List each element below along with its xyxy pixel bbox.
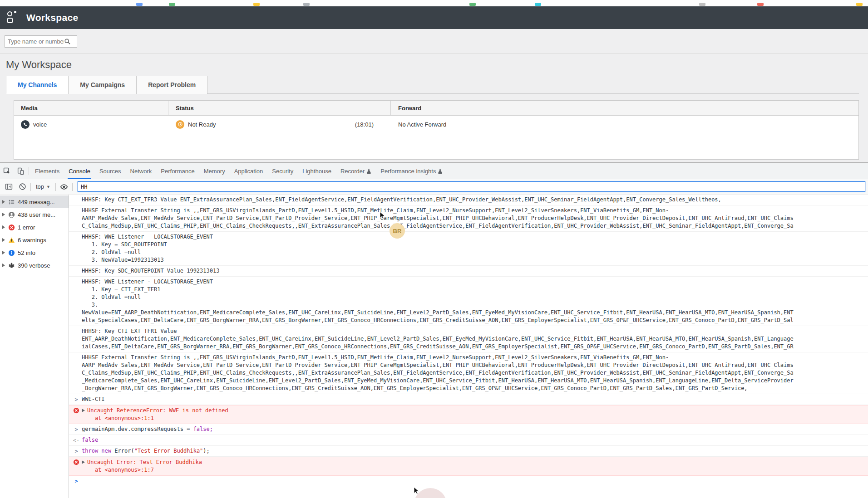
console-prompt-line[interactable]	[82, 477, 864, 485]
inspect-element-icon[interactable]	[0, 163, 14, 179]
sidebar-filter-bug[interactable]: 390 verbose	[0, 259, 69, 272]
tab-my-campaigns[interactable]: My Campaigns	[68, 76, 137, 94]
devtools-tab-network[interactable]: Network	[126, 163, 157, 179]
input-chevron-icon: >	[74, 448, 78, 454]
console-text: ENT_AARP_DeathNotification,ENT_MedicareC…	[82, 335, 864, 343]
devtools-tab-console[interactable]: Console	[64, 163, 95, 179]
devtools-tabs: ElementsConsoleSourcesNetworkPerformance…	[30, 163, 447, 179]
devtools-tab-memory[interactable]: Memory	[199, 163, 230, 179]
list-icon	[8, 198, 15, 205]
console-text: 1. Key = SDC_ROUTEPOINT	[82, 241, 864, 249]
console-text: AARP_MedAdv_Sales,ENT_MedAdv_Service,ENT…	[82, 215, 864, 222]
expand-triangle-icon[interactable]	[82, 460, 85, 464]
devtools-tab-performance-insights[interactable]: Performance insights	[376, 163, 447, 179]
favicon-sliver	[169, 3, 175, 6]
devtools-tab-label: Network	[130, 168, 152, 175]
sidebar-filter-error[interactable]: 1 error	[0, 221, 69, 234]
channels-table: Media Status Forward voice	[14, 100, 859, 160]
console-message-input: >WWE-CTI	[69, 394, 868, 405]
console-text: HHHSF: WWE Listener - LOCALSTORAGE_EVENT	[82, 278, 864, 286]
console-message-log: HHHSF External Transfer String is ,,ENT_…	[69, 352, 868, 394]
console-text: ialCases,ENT_DeltaCare,ENT_GRS_BorgWarne…	[82, 343, 864, 351]
console-text: false	[82, 436, 864, 444]
console-message-input: >germainApm.dev.compressRequests = false…	[69, 424, 868, 435]
sidebar-filter-label: 52 info	[18, 249, 35, 256]
devtools-tab-elements[interactable]: Elements	[30, 163, 64, 179]
expand-triangle-icon[interactable]	[2, 225, 5, 229]
devtools-tab-lighthouse[interactable]: Lighthouse	[298, 163, 336, 179]
mouse-cursor	[380, 211, 388, 220]
workspace-area: My Workspace My ChannelsMy CampaignsRepo…	[0, 54, 868, 162]
forward-cell: No Active Forward	[391, 121, 858, 128]
console-text: 1. Key = CTI_EXT_TFR1	[82, 286, 864, 293]
live-expression-eye-icon[interactable]	[57, 179, 71, 194]
app-header: Workspace	[0, 6, 868, 29]
console-text: NewValue=ENT_AARP_DeathNotification,ENT_…	[82, 309, 864, 317]
context-selector-label: top	[36, 183, 44, 190]
expand-triangle-icon[interactable]	[2, 200, 5, 204]
devtools-tab-label: Performance insights	[380, 168, 436, 175]
sidebar-filter-info[interactable]: 52 info	[0, 246, 69, 259]
console-text: 2. OldVal =null	[82, 249, 864, 256]
devtools-tab-security[interactable]: Security	[267, 163, 298, 179]
device-toolbar-icon[interactable]	[14, 163, 27, 179]
table-row[interactable]: voice Not Ready (18:01) No Active Forwar…	[14, 116, 858, 133]
expand-triangle-icon[interactable]	[2, 238, 5, 242]
devtools-panel: ElementsConsoleSourcesNetworkPerformance…	[0, 162, 868, 498]
favicon-sliver	[535, 3, 541, 6]
console-message-log: HHHSF: Key SDC_ROUTEPOINT Value 19923130…	[69, 266, 868, 277]
divider	[30, 183, 31, 191]
favicon-sliver	[469, 3, 476, 6]
sidebar-filter-user[interactable]: 438 user me...	[0, 208, 69, 221]
context-selector[interactable]: top ▼	[32, 183, 54, 190]
expand-triangle-icon[interactable]	[2, 264, 5, 267]
column-header-media: Media	[14, 101, 168, 115]
console-message-log: HHHSF: Key CTI_EXT_TFR1 ValueENT_AARP_De…	[69, 326, 868, 352]
screen: Workspace My Workspace My ChannelsMy Cam…	[0, 0, 868, 498]
tab-report-problem[interactable]: Report Problem	[136, 76, 207, 94]
sidebar-filter-warning[interactable]: 6 warnings	[0, 234, 69, 246]
console-text: 2. OldVal =null	[82, 293, 864, 301]
voice-channel-icon	[21, 120, 30, 129]
divider	[29, 167, 29, 175]
sidebar-filter-label: 449 messag...	[18, 199, 55, 205]
search-box[interactable]	[5, 35, 77, 48]
user-icon	[8, 211, 15, 218]
search-input[interactable]	[8, 38, 64, 45]
clear-console-icon[interactable]	[15, 179, 29, 194]
tab-my-channels[interactable]: My Channels	[6, 76, 69, 94]
console-filter-input[interactable]	[78, 181, 865, 192]
divider	[55, 183, 56, 191]
devtools-tab-label: Memory	[204, 168, 225, 175]
console-message-prompt[interactable]: >	[69, 476, 868, 486]
mouse-cursor	[414, 487, 422, 495]
console-text: HHHSF External Transfer String is ,,ENT_…	[82, 207, 864, 215]
console-text: C_Claims_MedSup,ENT_UHC_Claims_PHIP,ENT_…	[82, 369, 864, 377]
console-message-input: >throw new Error("Test Error Buddhika");	[69, 446, 868, 457]
warning-icon	[8, 236, 15, 244]
page-title: My Workspace	[0, 54, 868, 71]
search-icon	[64, 38, 71, 45]
expand-triangle-icon[interactable]	[82, 409, 85, 412]
sidebar-filter-label: 390 verbose	[18, 262, 50, 269]
status-timer: (18:01)	[355, 121, 391, 128]
console-sidebar-toggle-icon[interactable]	[2, 179, 15, 194]
devtools-tab-performance[interactable]: Performance	[156, 163, 199, 179]
expand-triangle-icon[interactable]	[2, 251, 5, 254]
console-text: throw new Error("Test Error Buddhika");	[82, 447, 864, 455]
devtools-tab-application[interactable]: Application	[230, 163, 268, 179]
favicon-sliver	[253, 3, 260, 6]
sidebar-filter-list[interactable]: 449 messag...	[0, 195, 69, 208]
app-title: Workspace	[26, 12, 78, 23]
devtools-tab-sources[interactable]: Sources	[95, 163, 126, 179]
console-message-error: Uncaught ReferenceError: WWE is not defi…	[69, 405, 868, 424]
input-chevron-icon: >	[74, 426, 78, 433]
console-message-error: Uncaught Error: Test Error Buddhika at <…	[69, 457, 868, 476]
flask-icon	[438, 168, 443, 174]
expand-triangle-icon[interactable]	[2, 213, 5, 216]
error-icon	[8, 224, 15, 231]
flask-icon	[366, 168, 371, 174]
workspace-tabstrip: My ChannelsMy CampaignsReport Problem	[6, 76, 859, 94]
error-icon	[73, 407, 79, 414]
devtools-tab-recorder[interactable]: Recorder	[336, 163, 376, 179]
